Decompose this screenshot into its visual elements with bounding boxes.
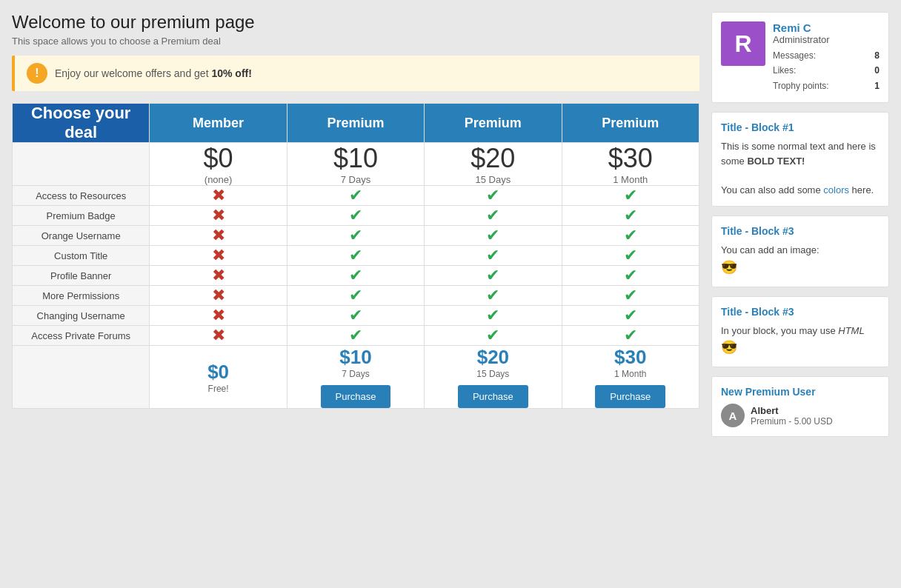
footer-cell-premium-10: $10 7 Days Purchase [287,346,424,409]
feature-label: Premium Badge [13,206,150,226]
feature-check: ✖ [150,246,287,266]
page-subtitle: This space allows you to choose a Premiu… [12,36,699,47]
user-info: Remi C Administrator Messages: 8 Likes: … [773,21,880,93]
feature-label: Access to Resources [13,186,150,206]
feature-check: ✖ [150,206,287,226]
sidebar: R Remi C Administrator Messages: 8 Likes… [711,12,889,437]
feature-row: Orange Username✖✔✔✔ [13,226,699,246]
feature-row: Profile Banner✖✔✔✔ [13,266,699,286]
price-cell-member: $0 (none) [150,143,287,186]
feature-check: ✔ [425,226,562,246]
plan-header-premium-30: Premium [562,104,699,143]
block-1-content: This is some normal text and here is som… [721,139,880,197]
feature-row: Changing Username✖✔✔✔ [13,306,699,326]
feature-row: Premium Badge✖✔✔✔ [13,206,699,226]
new-user-subscription: Premium - 5.00 USD [751,416,833,427]
feature-row: Access Private Forums✖✔✔✔ [13,326,699,346]
block-1-title: Title - Block #1 [721,121,880,133]
feature-check: ✔ [287,306,424,326]
purchase-button-10[interactable]: Purchase [321,385,391,408]
block-2-title: Title - Block #3 [721,225,880,237]
plan-header-member: Member [150,104,287,143]
feature-check: ✔ [425,206,562,226]
feature-check: ✔ [287,246,424,266]
feature-check: ✔ [287,226,424,246]
new-user-row: A Albert Premium - 5.00 USD [721,404,880,427]
notice-bar: ! Enjoy our welcome offers and get 10% o… [12,56,699,91]
main-content: Welcome to our premium page This space a… [12,12,699,437]
feature-row: Custom Title✖✔✔✔ [13,246,699,266]
new-user-name: Albert [751,405,833,416]
info-block-2: Title - Block #3 You can add an image: 😎 [711,216,889,287]
price-cell-premium-30: $30 1 Month [562,143,699,186]
feature-check: ✔ [425,286,562,306]
footer-cell-premium-30: $30 1 Month Purchase [562,346,699,409]
feature-row: More Permissions✖✔✔✔ [13,286,699,306]
avatar: R [721,21,765,66]
footer-cell-member: $0 Free! [150,346,287,409]
footer-label-cell [13,346,150,409]
user-card: R Remi C Administrator Messages: 8 Likes… [711,12,889,103]
feature-check: ✔ [562,306,699,326]
feature-check: ✖ [150,226,287,246]
feature-label: Custom Title [13,246,150,266]
feature-label: Access Private Forums [13,326,150,346]
feature-check: ✔ [562,286,699,306]
feature-check: ✖ [150,326,287,346]
new-user-info: Albert Premium - 5.00 USD [751,405,833,427]
pricing-table: Choose your deal Member Premium Premium … [12,103,699,409]
feature-check: ✖ [150,266,287,286]
new-user-title: New Premium User [721,386,880,398]
block-3-content: In your block, you may use HTML 😎 [721,324,880,358]
messages-stat: Messages: 8 [773,48,880,63]
block-2-content: You can add an image: 😎 [721,243,880,278]
plan-header-premium-20: Premium [425,104,562,143]
feature-check: ✔ [425,186,562,206]
feature-check: ✔ [425,306,562,326]
purchase-button-20[interactable]: Purchase [458,385,528,408]
footer-cell-premium-20: $20 15 Days Purchase [425,346,562,409]
feature-check: ✔ [425,326,562,346]
feature-row: Access to Resources✖✔✔✔ [13,186,699,206]
feature-check: ✔ [287,206,424,226]
feature-label: Profile Banner [13,266,150,286]
feature-check: ✔ [425,246,562,266]
feature-check: ✔ [562,246,699,266]
notice-text: Enjoy our welcome offers and get 10% off… [55,67,252,79]
price-cell-premium-10: $10 7 Days [287,143,424,186]
feature-label: Changing Username [13,306,150,326]
feature-check: ✔ [562,226,699,246]
feature-label: More Permissions [13,286,150,306]
page-title: Welcome to our premium page [12,12,699,33]
new-user-avatar: A [721,404,745,427]
feature-check: ✖ [150,286,287,306]
feature-check: ✖ [150,306,287,326]
user-name: Remi C [773,21,880,34]
warning-icon: ! [27,63,47,84]
feature-check: ✔ [287,286,424,306]
purchase-button-30[interactable]: Purchase [595,385,665,408]
feature-check: ✔ [287,326,424,346]
trophy-stat: Trophy points: 1 [773,78,880,93]
price-cell-premium-20: $20 15 Days [425,143,562,186]
new-user-block: New Premium User A Albert Premium - 5.00… [711,376,889,437]
plan-header-premium-10: Premium [287,104,424,143]
feature-label: Orange Username [13,226,150,246]
info-block-1: Title - Block #1 This is some normal tex… [711,112,889,207]
feature-check: ✖ [150,186,287,206]
feature-check: ✔ [287,186,424,206]
feature-check: ✔ [562,266,699,286]
choose-deal-cell: Choose your deal [13,104,150,143]
block-3-title: Title - Block #3 [721,306,880,318]
feature-check: ✔ [562,206,699,226]
feature-check: ✔ [562,186,699,206]
feature-check: ✔ [425,266,562,286]
likes-stat: Likes: 0 [773,63,880,78]
user-role: Administrator [773,34,880,45]
info-block-3: Title - Block #3 In your block, you may … [711,296,889,368]
feature-check: ✔ [287,266,424,286]
feature-check: ✔ [562,326,699,346]
